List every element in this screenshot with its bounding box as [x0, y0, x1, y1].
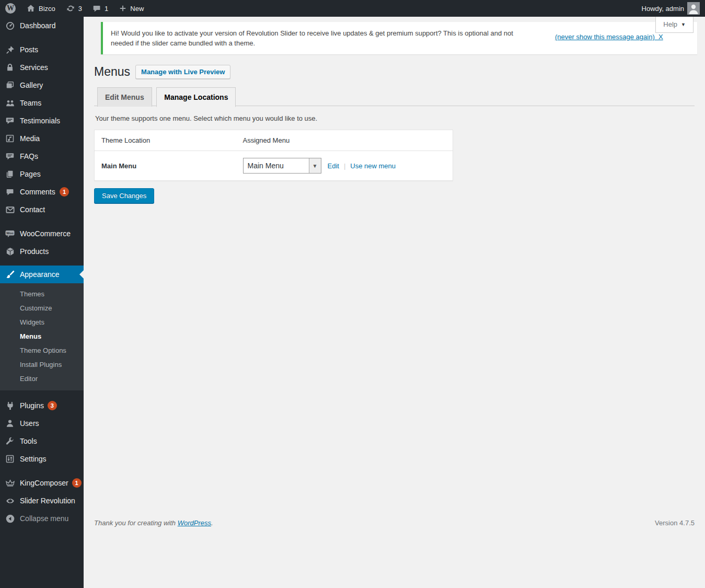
sidebar-item-gallery[interactable]: Gallery	[0, 76, 84, 94]
sidebar-item-pages[interactable]: Pages	[0, 165, 84, 183]
theme-menu-description: Your theme supports one menu. Select whi…	[95, 114, 694, 122]
admin-bar: W Bizco 3 1 New Howdy, admin	[0, 0, 705, 17]
notice-dismiss: (never show this message again) X	[555, 33, 663, 41]
sidebar-item-woocommerce[interactable]: Woo WooCommerce	[0, 225, 84, 243]
comment-icon	[0, 188, 20, 197]
main-content: Help ▼ Hi! Would you like to activate yo…	[84, 17, 705, 588]
theme-location-name: Main Menu	[95, 151, 236, 181]
sliders-icon	[0, 454, 20, 464]
slider-revolution-icon	[0, 496, 20, 506]
sidebar-item-contact[interactable]: Contact	[0, 201, 84, 218]
select-chevron-icon: ▼	[309, 158, 321, 173]
sidebar-item-kingcomposer[interactable]: KingComposer 1	[0, 474, 84, 492]
crown-icon	[0, 478, 20, 488]
tab-manage-locations[interactable]: Manage Locations	[156, 87, 236, 107]
new-label: New	[130, 5, 144, 13]
sidebar-item-products[interactable]: Products	[0, 243, 84, 260]
footer-thanks: Thank you for creating with WordPress.	[94, 519, 213, 527]
help-label: Help	[663, 20, 677, 28]
manage-with-live-preview-button[interactable]: Manage with Live Preview	[135, 65, 230, 79]
howdy-text: Howdy, admin	[642, 5, 684, 13]
sidebar-item-tools[interactable]: Tools	[0, 432, 84, 450]
kingcomposer-count-badge: 1	[72, 478, 82, 488]
comment-bubble-icon	[93, 4, 101, 13]
page-title: Menus	[94, 64, 130, 79]
submenu-item-customize[interactable]: Customize	[0, 301, 84, 315]
submenu-item-install-plugins[interactable]: Install Plugins	[0, 358, 84, 372]
revolution-slider-notice: Hi! Would you like to activate your vers…	[101, 22, 697, 54]
pages-icon	[0, 169, 20, 179]
update-icon	[66, 4, 75, 13]
collapse-arrow-icon	[0, 514, 20, 524]
use-new-menu-link[interactable]: Use new menu	[350, 162, 396, 170]
svg-text:Woo: Woo	[6, 231, 14, 235]
admin-footer: Thank you for creating with WordPress. V…	[94, 519, 695, 527]
submenu-item-themes[interactable]: Themes	[0, 287, 84, 301]
sidebar-item-settings[interactable]: Settings	[0, 450, 84, 468]
site-name: Bizco	[39, 5, 55, 13]
pushpin-icon	[0, 45, 20, 55]
sidebar-item-faqs[interactable]: FAQs	[0, 147, 84, 165]
groups-icon	[0, 98, 20, 108]
dismiss-x: X	[658, 33, 663, 41]
table-row: Main Menu Main Menu ▼ Edit | Use new men…	[95, 151, 453, 181]
link-divider: |	[344, 162, 345, 170]
wordpress-logo-menu[interactable]: W	[0, 0, 21, 17]
submenu-item-theme-options[interactable]: Theme Options	[0, 343, 84, 358]
notice-message: Hi! Would you like to activate your vers…	[111, 28, 531, 48]
plugins-count-badge: 3	[48, 401, 57, 410]
sidebar-item-testimonials[interactable]: Testimonials	[0, 112, 84, 130]
comments-count-badge: 1	[60, 187, 69, 197]
selected-menu-value: Main Menu	[244, 162, 309, 170]
sidebar-item-posts[interactable]: Posts	[0, 41, 84, 59]
assigned-menu-select[interactable]: Main Menu ▼	[243, 158, 321, 174]
sidebar-item-media[interactable]: Media	[0, 130, 84, 147]
wrench-icon	[0, 436, 20, 446]
tab-edit-menus[interactable]: Edit Menus	[97, 87, 152, 107]
sidebar-item-slider-revolution[interactable]: Slider Revolution	[0, 492, 84, 510]
my-account-menu[interactable]: Howdy, admin	[637, 2, 705, 15]
page-wrap: Menus Manage with Live Preview Edit Menu…	[94, 64, 695, 203]
media-icon	[0, 134, 20, 143]
sidebar-item-teams[interactable]: Teams	[0, 94, 84, 112]
wordpress-logo-icon: W	[5, 3, 16, 14]
gallery-icon	[0, 80, 20, 90]
comments-count: 1	[105, 5, 108, 13]
wordpress-link[interactable]: WordPress	[178, 519, 211, 527]
sidebar-item-users[interactable]: Users	[0, 414, 84, 432]
tab-bar: Edit Menus Manage Locations	[94, 87, 695, 106]
updates-menu[interactable]: 3	[61, 0, 87, 17]
testimonial-icon	[0, 116, 20, 125]
submenu-item-menus[interactable]: Menus	[0, 329, 84, 343]
dismiss-link[interactable]: (never show this message again) X	[555, 33, 663, 41]
envelope-icon	[0, 205, 20, 215]
new-content-menu[interactable]: New	[113, 0, 149, 17]
home-icon	[26, 4, 36, 13]
admin-sidebar: Dashboard Posts Services Gallery Teams T…	[0, 17, 84, 588]
submenu-item-editor[interactable]: Editor	[0, 372, 84, 386]
updates-count: 3	[78, 5, 82, 13]
site-link[interactable]: Bizco	[21, 0, 61, 17]
plugin-icon	[0, 401, 20, 411]
faq-bubble-icon	[0, 152, 20, 161]
dashboard-icon	[0, 21, 20, 31]
sidebar-item-dashboard[interactable]: Dashboard	[0, 17, 84, 34]
comments-menu[interactable]: 1	[87, 0, 113, 17]
column-assigned-menu: Assigned Menu	[236, 130, 453, 151]
save-changes-button[interactable]: Save Changes	[94, 188, 154, 203]
help-dropdown[interactable]: Help ▼	[655, 17, 694, 33]
user-icon	[0, 419, 20, 428]
lock-icon	[0, 63, 20, 72]
menu-locations-table: Theme Location Assigned Menu Main Menu M…	[94, 130, 453, 181]
sidebar-item-services[interactable]: Services	[0, 59, 84, 76]
edit-menu-link[interactable]: Edit	[328, 162, 339, 170]
sidebar-item-appearance[interactable]: Appearance	[0, 266, 84, 283]
sidebar-item-plugins[interactable]: Plugins 3	[0, 397, 84, 414]
paintbrush-icon	[0, 270, 20, 280]
cube-icon	[0, 247, 20, 257]
plus-icon	[119, 4, 127, 13]
sidebar-item-comments[interactable]: Comments 1	[0, 183, 84, 201]
appearance-submenu: Themes Customize Widgets Menus Theme Opt…	[0, 283, 84, 390]
collapse-menu-button[interactable]: Collapse menu	[0, 510, 84, 527]
submenu-item-widgets[interactable]: Widgets	[0, 315, 84, 329]
